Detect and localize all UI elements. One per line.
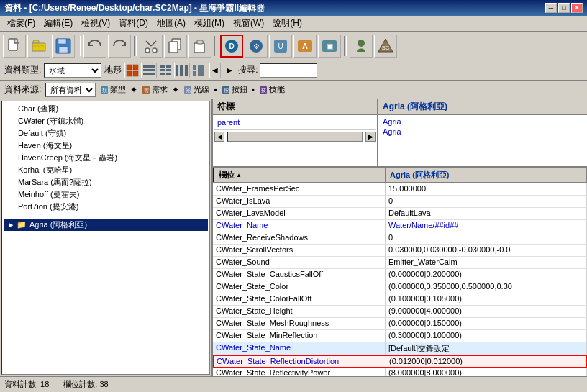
value-cell: (8.000000|8.000000) [386,368,587,376]
list-item[interactable]: ▸ 📁 Agria (阿格利亞) [4,219,208,231]
menu-data[interactable]: 資料(D) [114,16,153,31]
svg-rect-3 [59,47,68,53]
table-row[interactable]: CWater_State_ReflectionDistortion (0.012… [213,355,587,368]
list-item[interactable]: Port7ion (提安港) [4,201,208,213]
table-row[interactable]: CWater_State_MinReflection (0.300000|0.1… [213,330,587,342]
field-cell: CWater_State_ReflectionDistortion [214,356,386,367]
undo-button[interactable] [83,35,106,58]
symbol-scrollbar[interactable] [227,132,363,142]
menu-help[interactable]: 說明(H) [268,16,306,31]
grid-header-value[interactable]: Agria (阿格利亞) [386,168,587,182]
menu-edit[interactable]: 編輯(E) [40,16,77,31]
new-button[interactable] [3,35,26,58]
list-item[interactable]: Default (守鎮) [4,127,208,140]
type-select[interactable]: 水域 [44,63,101,78]
tree-item-label: Char (查爾) [18,104,58,113]
symbol-scroll-right[interactable]: ▶ [365,132,376,142]
grid-view-2[interactable] [141,63,157,78]
field-cell: CWater_State_ReflectivityPower [213,368,386,376]
filter-light[interactable]: 光 光線 [183,84,209,95]
list-item[interactable]: Haven (海文星) [4,140,208,152]
table-row[interactable]: CWater_Sound Emitter_WaterCalm [213,257,587,269]
table-row[interactable]: CWater_LavaModel DefaultLava [213,208,587,220]
data-icon-button[interactable]: D [220,35,243,58]
filter-type[interactable]: 類 類型 [100,84,126,95]
grid-icons [124,63,206,78]
special-icon-button[interactable]: SC [374,35,397,58]
symbol-scroll-left[interactable]: ◀ [214,132,224,142]
grid-header-field[interactable]: 欄位 ▲ [213,168,386,182]
misc-icon-button[interactable]: ▣ [318,35,341,58]
svg-rect-11 [197,40,203,44]
filter-sep4: ▪ [252,85,255,95]
filter-sep1: ✦ [130,85,137,95]
menu-map[interactable]: 地圖(A) [153,16,190,31]
value-cell: (0.000000|0.150000) [386,318,587,329]
svg-rect-24 [127,65,132,70]
table-row[interactable]: CWater_ScrollVectors 0.030000,0.030000,-… [213,245,587,257]
value-cell: 0.030000,0.030000,-0.030000,-0.0 [386,245,587,256]
filter-skill[interactable]: 技 技能 [259,84,285,95]
menu-view[interactable]: 檢視(V) [77,16,114,31]
symbol-item-parent[interactable]: parent [214,117,376,128]
grid-view-3[interactable] [158,63,173,78]
menu-window[interactable]: 視窗(W) [229,16,268,31]
tree-item-label: Haven (海文星) [18,141,72,150]
value-cell: 0 [386,196,587,207]
list-item[interactable]: MarSara (馬而?薩拉) [4,176,208,188]
filter-sep3: ▪ [214,85,217,95]
cut-button[interactable] [140,35,163,58]
separator-3 [214,36,217,56]
filter-require[interactable]: 需 需求 [142,84,168,95]
filter-type-label: 類型 [110,84,126,95]
list-item[interactable]: HavenCreep (海文星－蟲岩) [4,152,208,164]
table-row[interactable]: CWater_ReceiveShadows 0 [213,232,587,245]
text-icon-button[interactable]: A [294,35,317,58]
table-row[interactable]: CWater_State_Height (9.000000|4.000000) [213,306,587,318]
symbol-tree[interactable]: parent ◀ ▶ [213,115,377,166]
field-count: 欄位計數: 38 [63,379,108,390]
table-row[interactable]: CWater_State_Name [Default]交鋒設定 [213,342,587,355]
list-item[interactable]: Meinhoff (曼霍夫) [4,188,208,201]
minimize-button[interactable]: ─ [545,3,557,13]
table-row[interactable]: CWater_FramesPerSec 15.000000 [213,183,587,196]
maximize-button[interactable]: □ [558,3,570,13]
table-row[interactable]: CWater_State_ReflectivityPower (8.000000… [213,368,587,376]
grid-view-1[interactable] [124,63,140,78]
save-button[interactable] [52,35,75,58]
table-row[interactable]: CWater_IsLava 0 [213,196,587,208]
copy-button[interactable] [164,35,187,58]
list-item[interactable]: Char (查爾) [4,103,208,115]
grid-view-4[interactable] [174,63,190,78]
main-content: Char (查爾) CWater (守鎮水體) Default (守鎮) Hav… [0,99,587,376]
svg-rect-34 [166,69,171,71]
redo-button[interactable] [108,35,131,58]
menu-file[interactable]: 檔案(F) [3,16,40,31]
nav-prev[interactable]: ◀ [209,63,221,78]
tree-view[interactable]: Char (查爾) CWater (守鎮水體) Default (守鎮) Hav… [1,101,210,375]
menu-module[interactable]: 模組(M) [190,16,229,31]
svg-text:光: 光 [186,88,191,93]
table-row[interactable]: CWater_State_CausticsFallOff (0.000000|0… [213,269,587,281]
toolbar: D ⚙ U A ▣ SC [0,32,587,60]
list-item[interactable]: CWater (守鎮水體) [4,115,208,127]
unit-icon-button[interactable]: U [269,35,292,58]
grid-view-5[interactable] [191,63,206,78]
table-row[interactable]: CWater_Name Water/Name/##id## [213,220,587,232]
data-grid: 欄位 ▲ Agria (阿格利亞) CWater_FramesPerSec 15… [213,168,587,376]
svg-rect-40 [193,65,196,70]
paste-button[interactable] [188,35,211,58]
source-select[interactable]: 所有資料 [45,83,96,97]
grid-body[interactable]: CWater_FramesPerSec 15.000000 CWater_IsL… [213,183,587,376]
table-row[interactable]: CWater_State_ColorFallOff (0.100000|0.10… [213,293,587,306]
table-row[interactable]: CWater_State_MeshRoughness (0.000000|0.1… [213,318,587,330]
creature-icon-button[interactable] [350,35,373,58]
search-input[interactable] [260,63,317,78]
close-button[interactable]: ✕ [571,3,583,13]
nav-next[interactable]: ▶ [224,63,235,78]
open-button[interactable] [27,35,50,58]
table-row[interactable]: CWater_State_Color (0.000000,0.350000,0.… [213,281,587,293]
list-item[interactable]: Korhal (克哈星) [4,164,208,176]
filter-button[interactable]: 按 按鈕 [222,84,247,95]
actor-icon-button[interactable]: ⚙ [245,35,268,58]
